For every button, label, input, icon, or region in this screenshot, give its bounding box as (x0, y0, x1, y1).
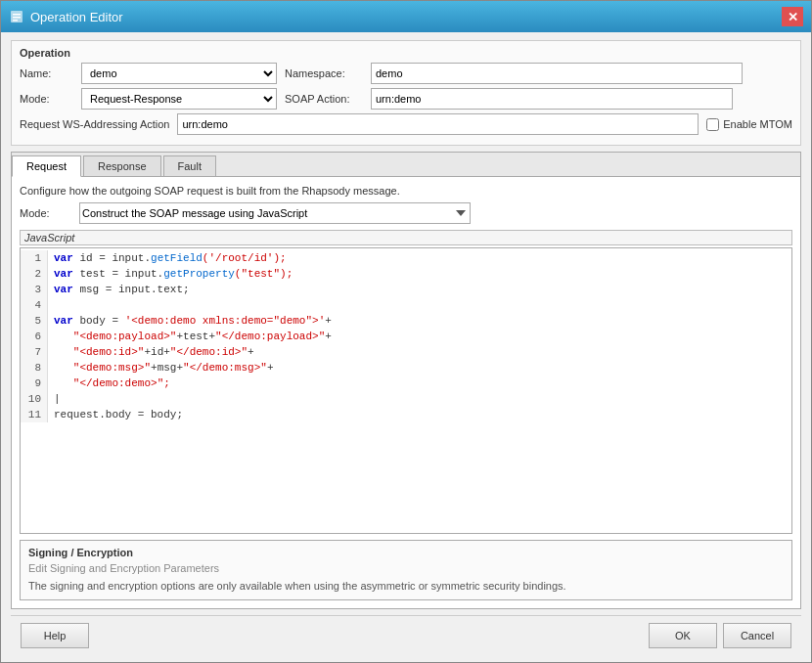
soap-action-input[interactable] (371, 88, 733, 110)
code-lines: 1 var id = input.getField('/root/id'); 2… (21, 248, 791, 424)
tab-request-content: Configure how the outgoing SOAP request … (12, 177, 800, 608)
signing-section: Signing / Encryption Edit Signing and En… (20, 540, 792, 601)
ws-action-label: Request WS-Addressing Action (20, 118, 169, 130)
mtom-checkbox[interactable] (706, 118, 719, 131)
tab-bar: Request Response Fault (12, 153, 800, 177)
title-bar: Operation Editor ✕ (1, 1, 811, 32)
svg-rect-1 (13, 14, 21, 16)
tab-request[interactable]: Request (12, 155, 81, 177)
tabs-container: Request Response Fault Configure how the… (11, 152, 801, 609)
ok-button[interactable]: OK (649, 623, 717, 648)
mtom-text: Enable MTOM (723, 118, 792, 130)
cancel-button[interactable]: Cancel (723, 623, 791, 648)
window-icon (9, 9, 24, 24)
bottom-right-buttons: OK Cancel (649, 623, 791, 648)
signing-link[interactable]: Edit Signing and Encryption Parameters (28, 562, 784, 574)
js-mode-label: Mode: (20, 207, 73, 219)
code-line-11: 11 request.body = body; (21, 407, 791, 422)
name-label: Name: (20, 67, 73, 79)
name-namespace-row: Name: demo Namespace: (20, 63, 792, 84)
svg-rect-3 (13, 20, 18, 22)
signing-title: Signing / Encryption (28, 547, 784, 558)
code-line-7: 7 "<demo:id>"+id+"</demo:id>"+ (21, 344, 791, 360)
tab-response[interactable]: Response (83, 155, 161, 176)
bottom-bar: Help OK Cancel (11, 615, 801, 654)
operation-editor-window: Operation Editor ✕ Operation Name: demo … (0, 0, 812, 663)
window-title: Operation Editor (30, 10, 123, 24)
code-line-9: 9 "</demo:demo>"; (21, 376, 791, 391)
soap-action-label: SOAP Action: (285, 93, 363, 105)
mode-soap-row: Mode: Request-ResponseOne-Way SOAP Actio… (20, 88, 792, 110)
code-line-2: 2 var test = input.getProperty("test"); (21, 266, 791, 282)
code-line-5: 5 var body = '<demo:demo xmlns:demo="dem… (21, 313, 791, 329)
name-select[interactable]: demo (81, 63, 277, 84)
tab-fault[interactable]: Fault (163, 155, 216, 176)
help-button[interactable]: Help (21, 623, 89, 648)
js-section-label: JavaScript (20, 230, 792, 245)
code-line-3: 3 var msg = input.text; (21, 282, 791, 297)
mtom-label[interactable]: Enable MTOM (706, 118, 792, 131)
code-line-4: 4 (21, 297, 791, 313)
code-line-1: 1 var id = input.getField('/root/id'); (21, 250, 791, 266)
window-body: Operation Name: demo Namespace: Mode: Re… (1, 32, 811, 662)
ws-action-input[interactable] (177, 113, 699, 135)
code-line-6: 6 "<demo:payload>"+test+"</demo:payload>… (21, 329, 791, 344)
signing-desc: The signing and encryption options are o… (28, 578, 784, 595)
mode-label: Mode: (20, 93, 73, 105)
namespace-input[interactable] (371, 63, 743, 84)
operation-section: Operation Name: demo Namespace: Mode: Re… (11, 40, 801, 146)
code-line-8: 8 "<demo:msg>"+msg+"</demo:msg>"+ (21, 360, 791, 376)
code-line-10: 10 (21, 391, 791, 407)
code-editor[interactable]: 1 var id = input.getField('/root/id'); 2… (20, 247, 792, 534)
close-button[interactable]: ✕ (782, 7, 803, 26)
tab-description: Configure how the outgoing SOAP request … (20, 185, 792, 197)
namespace-label: Namespace: (285, 67, 363, 79)
operation-section-label: Operation (20, 47, 792, 59)
js-mode-select[interactable]: Construct the SOAP message using JavaScr… (79, 202, 471, 224)
js-mode-row: Mode: Construct the SOAP message using J… (20, 202, 792, 224)
mode-select[interactable]: Request-ResponseOne-Way (81, 88, 277, 110)
ws-action-row: Request WS-Addressing Action Enable MTOM (20, 113, 792, 135)
svg-rect-2 (13, 17, 21, 19)
